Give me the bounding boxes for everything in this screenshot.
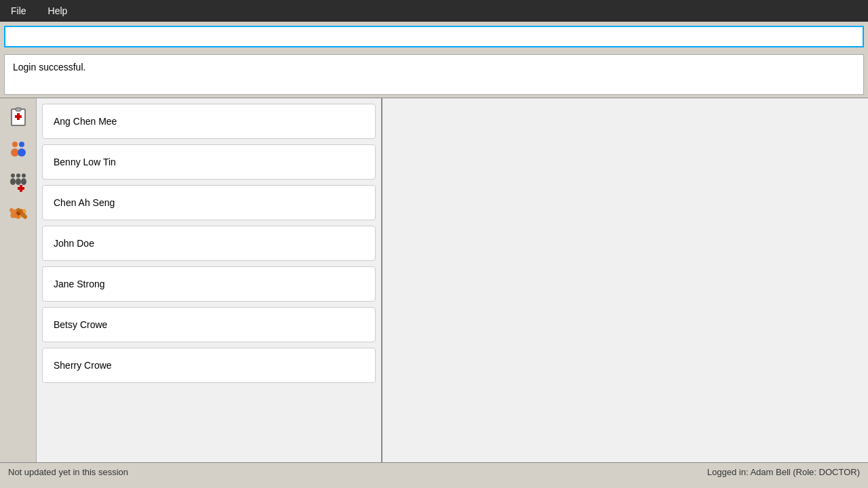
- patient-list-item[interactable]: Sherry Crowe: [42, 348, 376, 383]
- main-content: Ang Chen MeeBenny Low TinChen Ah SengJoh…: [0, 98, 868, 462]
- menu-file[interactable]: File: [5, 3, 32, 19]
- sidebar-pharmacy-icon[interactable]: [3, 199, 33, 228]
- sidebar-staff-icon[interactable]: [3, 134, 33, 163]
- sidebar: [0, 98, 37, 462]
- svg-point-4: [12, 142, 18, 147]
- svg-point-12: [16, 178, 21, 185]
- svg-point-13: [21, 178, 26, 185]
- patient-list-item[interactable]: John Doe: [42, 226, 376, 261]
- svg-point-8: [11, 174, 15, 178]
- patient-list-item[interactable]: Jane Strong: [42, 266, 376, 302]
- status-bar: Not updated yet in this session Logged i…: [0, 462, 868, 481]
- svg-point-10: [22, 174, 26, 178]
- patient-list-item[interactable]: Ang Chen Mee: [42, 104, 376, 139]
- status-left: Not updated yet in this session: [8, 467, 128, 477]
- login-message: Login successful.: [13, 62, 85, 73]
- patient-list-item[interactable]: Betsy Crowe: [42, 307, 376, 342]
- menu-help[interactable]: Help: [43, 3, 73, 19]
- search-bar-container: [0, 22, 868, 52]
- svg-rect-1: [16, 108, 21, 111]
- svg-point-7: [18, 148, 26, 157]
- patient-list-panel: Ang Chen MeeBenny Low TinChen Ah SengJoh…: [37, 98, 382, 462]
- sidebar-medical-icon[interactable]: [3, 166, 33, 196]
- sidebar-patients-icon[interactable]: [3, 101, 33, 131]
- message-area: Login successful.: [4, 54, 864, 95]
- svg-point-6: [19, 142, 24, 147]
- status-right: Logged in: Adam Bell (Role: DOCTOR): [707, 467, 860, 477]
- patient-list-item[interactable]: Benny Low Tin: [42, 144, 376, 180]
- svg-point-9: [16, 174, 20, 178]
- svg-rect-15: [18, 187, 24, 190]
- svg-point-11: [10, 178, 16, 185]
- search-input[interactable]: [4, 26, 864, 47]
- svg-rect-3: [15, 115, 22, 118]
- detail-panel: [382, 98, 868, 462]
- patient-list-item[interactable]: Chen Ah Seng: [42, 185, 376, 220]
- menubar: File Help: [0, 0, 868, 22]
